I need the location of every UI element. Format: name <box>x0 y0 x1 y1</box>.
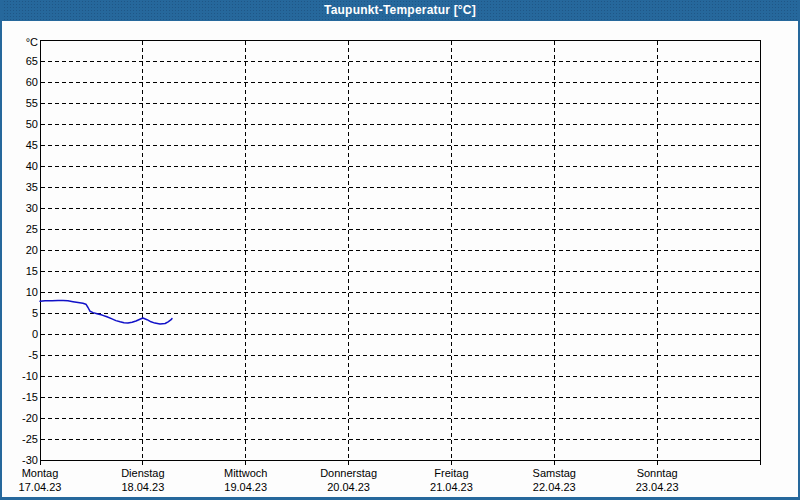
x-date-label: 17.04.23 <box>19 481 62 493</box>
y-tick-label: 40 <box>8 160 38 172</box>
x-weekday-label: Dienstag <box>121 467 164 479</box>
x-date-label: 20.04.23 <box>327 481 370 493</box>
y-tick-label: 35 <box>8 181 38 193</box>
y-tick-label: 5 <box>8 307 38 319</box>
y-tick-label: -25 <box>8 433 38 445</box>
series-line <box>40 300 172 324</box>
y-tick-label: -15 <box>8 391 38 403</box>
x-weekday-label: Samstag <box>533 467 576 479</box>
y-tick-label: 10 <box>8 286 38 298</box>
dewpoint-chart <box>0 0 800 500</box>
x-date-label: 19.04.23 <box>224 481 267 493</box>
app-window: Taupunkt-Temperatur [°C] °C -30-25-20-15… <box>0 0 800 500</box>
y-tick-label: -10 <box>8 370 38 382</box>
x-weekday-label: Donnerstag <box>320 467 377 479</box>
y-tick-label: 15 <box>8 265 38 277</box>
y-tick-label: 45 <box>8 139 38 151</box>
y-tick-label: 25 <box>8 223 38 235</box>
y-tick-label: 55 <box>8 97 38 109</box>
x-weekday-label: Mittwoch <box>224 467 267 479</box>
x-date-label: 22.04.23 <box>533 481 576 493</box>
y-tick-label: 20 <box>8 244 38 256</box>
x-date-label: 23.04.23 <box>636 481 679 493</box>
y-tick-label: 30 <box>8 202 38 214</box>
y-tick-label: 0 <box>8 328 38 340</box>
y-tick-label: 50 <box>8 118 38 130</box>
x-date-label: 21.04.23 <box>430 481 473 493</box>
y-tick-label: -30 <box>8 454 38 466</box>
x-weekday-label: Montag <box>22 467 59 479</box>
y-tick-label: -5 <box>8 349 38 361</box>
y-tick-label: 60 <box>8 76 38 88</box>
x-weekday-label: Sonntag <box>637 467 678 479</box>
x-date-label: 18.04.23 <box>121 481 164 493</box>
y-tick-label: 65 <box>8 55 38 67</box>
y-axis-unit: °C <box>8 36 38 48</box>
y-tick-label: -20 <box>8 412 38 424</box>
x-weekday-label: Freitag <box>434 467 468 479</box>
